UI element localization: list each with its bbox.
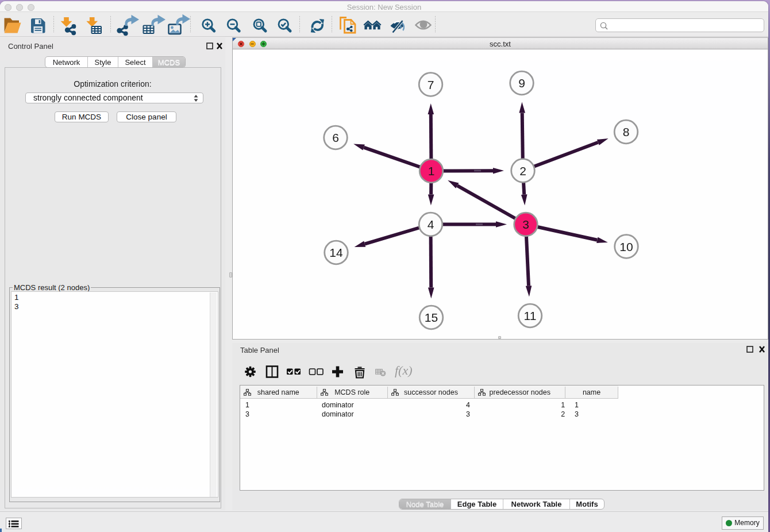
svg-text:1: 1 [428, 164, 435, 178]
svg-text:6: 6 [332, 131, 339, 144]
svg-text:7: 7 [428, 78, 434, 91]
svg-text:9: 9 [518, 76, 525, 90]
svg-text:8: 8 [623, 125, 630, 138]
svg-text:3: 3 [522, 218, 529, 231]
svg-text:10: 10 [619, 240, 633, 253]
svg-text:2: 2 [519, 164, 526, 178]
svg-text:15: 15 [425, 311, 438, 324]
svg-text:14: 14 [329, 246, 343, 259]
svg-text:4: 4 [428, 218, 434, 231]
svg-text:11: 11 [524, 309, 537, 322]
